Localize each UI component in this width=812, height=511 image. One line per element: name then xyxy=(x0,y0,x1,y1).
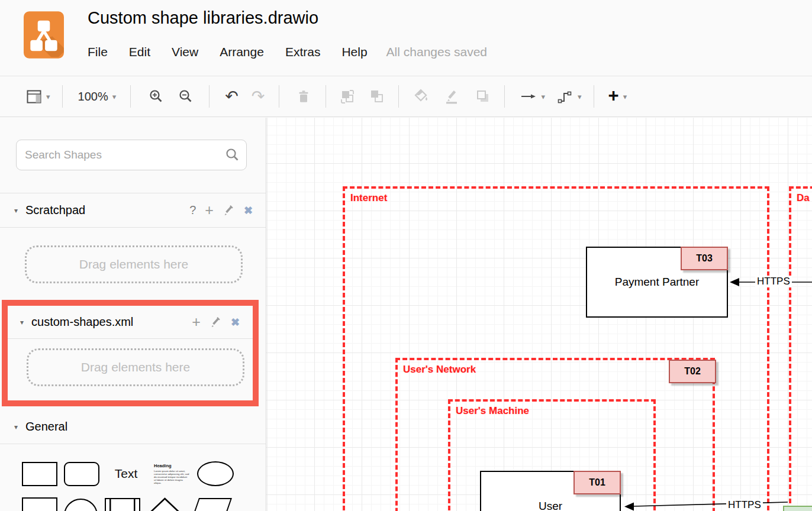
edge-label-text: HTTPS xyxy=(728,499,761,510)
shape-palette-row xyxy=(0,497,266,511)
zoom-level-value: 100% xyxy=(78,90,108,104)
custom-library-add-icon[interactable]: + xyxy=(192,315,201,329)
undo-icon: ↶ xyxy=(225,89,239,105)
sidebar-divider xyxy=(0,227,266,228)
custom-library-title: custom-shapes.xml xyxy=(31,315,133,329)
shadow-icon xyxy=(475,88,491,105)
document-title: Custom shape libraries.drawio xyxy=(88,8,318,28)
node-label: Payment Partner xyxy=(615,276,700,289)
diagram-canvas[interactable]: Internet Da User's Network User's Machin… xyxy=(266,118,812,511)
boundary-label: Da xyxy=(797,192,810,204)
search-icon[interactable] xyxy=(225,147,240,163)
custom-library-highlighted-panel: ▾ custom-shapes.xml + ✖ Drag elements he… xyxy=(2,300,259,406)
menu-view[interactable]: View xyxy=(172,45,198,59)
custom-library-drop-zone[interactable]: Drag elements here xyxy=(27,348,244,386)
drawio-logo-icon xyxy=(24,11,64,59)
threat-badge-t02[interactable]: T02 xyxy=(669,360,716,383)
collapse-triangle-icon[interactable]: ▾ xyxy=(14,423,18,431)
toolbar-separator xyxy=(209,85,210,108)
scratchpad-help-icon[interactable]: ? xyxy=(189,203,196,217)
connection-arrow-icon xyxy=(520,88,537,105)
sidebar-divider xyxy=(0,444,266,444)
fill-color-button[interactable] xyxy=(413,83,430,109)
edge-label-text: HTTPS xyxy=(757,276,790,287)
custom-library-close-icon[interactable]: ✖ xyxy=(231,316,240,329)
node-green-server[interactable] xyxy=(783,506,812,511)
redo-button[interactable]: ↷ xyxy=(252,83,265,109)
shape-search xyxy=(16,140,247,170)
toolbar-separator xyxy=(326,85,326,108)
scratchpad-drop-zone[interactable]: Drag elements here xyxy=(25,245,243,283)
format-panel-icon xyxy=(26,89,42,105)
app-header: Custom shape libraries.drawio File Edit … xyxy=(0,0,812,76)
save-status: All changes saved xyxy=(386,45,487,59)
zoom-in-button[interactable] xyxy=(149,83,164,109)
format-panel-toggle-button[interactable]: ▾ xyxy=(26,83,50,109)
toolbar-separator xyxy=(594,85,594,108)
to-front-button[interactable] xyxy=(339,83,356,109)
toolbar-separator xyxy=(504,85,505,108)
diamond-shape[interactable] xyxy=(146,497,183,511)
caret-down-icon: ▾ xyxy=(578,92,582,101)
menu-edit[interactable]: Edit xyxy=(129,45,150,59)
connection-style-button[interactable]: ▾ xyxy=(520,83,545,109)
scratchpad-edit-icon[interactable] xyxy=(223,204,235,216)
zoom-in-icon xyxy=(149,89,164,104)
rectangle-shape[interactable] xyxy=(22,462,57,486)
plus-icon: + xyxy=(608,86,619,105)
rounded-rectangle-shape[interactable] xyxy=(64,462,99,486)
parallelogram-shape[interactable] xyxy=(187,498,232,511)
menu-help[interactable]: Help xyxy=(341,45,367,59)
undo-button[interactable]: ↶ xyxy=(225,83,239,109)
redo-icon: ↷ xyxy=(252,89,265,105)
scratchpad-section-header[interactable]: ▾ Scratchpad ? + ✖ xyxy=(0,193,266,227)
shapes-sidebar: ▾ Scratchpad ? + ✖ Drag elements here ▾ … xyxy=(0,118,266,511)
to-front-icon xyxy=(339,88,356,105)
ellipse-shape[interactable] xyxy=(197,461,234,486)
circle-shape[interactable] xyxy=(64,499,98,511)
node-label: User xyxy=(539,500,562,511)
square-shape[interactable] xyxy=(22,497,57,511)
badge-label: T03 xyxy=(696,253,713,264)
collapse-triangle-icon[interactable]: ▾ xyxy=(14,206,18,215)
edge-label-https-bottom[interactable]: HTTPS xyxy=(726,499,763,511)
zoom-level-dropdown[interactable]: 100% ▾ xyxy=(78,83,117,109)
sidebar-divider xyxy=(8,338,253,339)
menubar: File Edit View Arrange Extras Help All c… xyxy=(88,45,487,59)
fill-color-icon xyxy=(413,88,430,105)
edge-label-https-top[interactable]: HTTPS xyxy=(755,276,792,287)
general-title: General xyxy=(25,420,67,434)
heading-shape-body: Lorem ipsum dolor sit amet, consectetur … xyxy=(154,470,189,484)
threat-badge-t01[interactable]: T01 xyxy=(573,471,621,494)
menu-arrange[interactable]: Arrange xyxy=(220,45,264,59)
general-section-header[interactable]: ▾ General xyxy=(0,410,266,444)
shape-palette-row: Text Heading Lorem ipsum dolor sit amet,… xyxy=(0,461,266,486)
to-back-button[interactable] xyxy=(369,83,385,109)
toolbar: ▾ 100% ▾ ↶ ↷ xyxy=(0,76,812,117)
zoom-out-button[interactable] xyxy=(178,83,194,109)
process-shape[interactable] xyxy=(105,498,140,511)
zoom-out-icon xyxy=(178,89,194,104)
scratchpad-add-icon[interactable]: + xyxy=(205,203,214,218)
threat-badge-t03[interactable]: T03 xyxy=(681,247,728,270)
heading-shape[interactable]: Heading Lorem ipsum dolor sit amet, cons… xyxy=(154,463,189,484)
drop-zone-hint: Drag elements here xyxy=(79,257,188,271)
menu-extras[interactable]: Extras xyxy=(285,45,321,59)
shadow-button[interactable] xyxy=(475,83,491,109)
badge-label: T01 xyxy=(589,477,605,488)
collapse-triangle-icon[interactable]: ▾ xyxy=(20,318,24,326)
boundary-label: User's Machine xyxy=(456,405,529,417)
custom-library-edit-icon[interactable] xyxy=(210,316,222,328)
text-shape[interactable]: Text xyxy=(105,467,147,481)
delete-button[interactable] xyxy=(296,83,311,109)
line-color-button[interactable] xyxy=(444,83,460,109)
waypoint-style-button[interactable]: ▾ xyxy=(557,83,582,109)
menu-file[interactable]: File xyxy=(88,45,108,59)
boundary-data-center[interactable]: Da xyxy=(789,186,812,511)
search-shapes-input[interactable] xyxy=(16,140,247,170)
scratchpad-close-icon[interactable]: ✖ xyxy=(244,204,253,217)
custom-library-section-header[interactable]: ▾ custom-shapes.xml + ✖ xyxy=(8,306,253,338)
toolbar-separator xyxy=(398,85,399,108)
insert-button[interactable]: + ▾ xyxy=(608,83,627,109)
toolbar-separator xyxy=(62,85,63,108)
